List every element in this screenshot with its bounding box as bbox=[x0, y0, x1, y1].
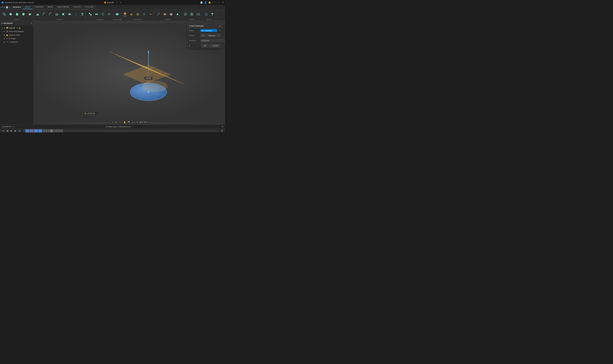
ef-info-icon[interactable]: ℹ bbox=[189, 44, 190, 47]
close-button[interactable]: ✕ bbox=[222, 1, 224, 4]
insert-mesh-btn[interactable] bbox=[182, 11, 188, 18]
help-icon[interactable]: ? bbox=[212, 1, 213, 4]
assemble-rigid-btn[interactable] bbox=[93, 11, 100, 18]
construct-plane-angle-btn[interactable] bbox=[128, 11, 134, 18]
minimize-button[interactable]: — bbox=[215, 1, 217, 4]
notification-icon[interactable]: 🔔 bbox=[208, 1, 211, 4]
modify-press-pull-btn[interactable] bbox=[35, 11, 41, 18]
canvas[interactable]: 40.00 bbox=[34, 21, 225, 124]
ef-distance-input[interactable] bbox=[200, 39, 225, 42]
vp-grid-btn[interactable]: ⊞▼ bbox=[144, 120, 148, 124]
inspect-zebra-btn[interactable] bbox=[168, 11, 174, 18]
inspect-draft-btn[interactable] bbox=[174, 11, 181, 18]
vp-look-btn[interactable]: 👁 bbox=[118, 120, 122, 124]
tab-surface[interactable]: SURFACE bbox=[33, 5, 45, 9]
tl-sm-marker[interactable] bbox=[55, 130, 58, 132]
tl-sm-marker[interactable] bbox=[45, 130, 48, 132]
undo-btn[interactable]: ↩ bbox=[1, 6, 3, 8]
edit-feature-expand-icon[interactable]: ▶ bbox=[220, 25, 221, 27]
insert-canvas-btn[interactable] bbox=[189, 11, 195, 18]
measure-menu-icon[interactable]: ⋮ bbox=[96, 112, 98, 114]
tl-back-btn[interactable]: ◀ bbox=[5, 129, 9, 133]
maximize-button[interactable]: □ bbox=[218, 1, 220, 4]
assemble-motion-btn[interactable] bbox=[100, 11, 106, 18]
tree-settings-cup[interactable]: ⚙ bbox=[16, 27, 18, 29]
tab-utilities[interactable]: UTILITIES bbox=[83, 5, 96, 9]
tl-sm-marker[interactable] bbox=[58, 130, 60, 132]
comments-gear-icon[interactable]: ⚙ bbox=[13, 126, 15, 128]
tl-sm-marker[interactable] bbox=[61, 130, 63, 132]
edit-feature-info-icon[interactable]: ℹ bbox=[189, 25, 190, 27]
tree-item-origin[interactable]: ▶ 👁 ⊕ Origin bbox=[0, 37, 33, 40]
tl-marker-2[interactable] bbox=[30, 129, 34, 132]
browser-collapse-icon[interactable]: ◀ bbox=[1, 22, 2, 24]
close-tab-btn[interactable]: ✕ bbox=[116, 1, 117, 3]
modify-scale-btn[interactable] bbox=[60, 11, 66, 18]
create-torus-btn[interactable] bbox=[27, 11, 33, 18]
ef-extent-dropdown[interactable]: ⊣⊢ Distance ▼ bbox=[200, 34, 221, 37]
tl-settings-btn[interactable]: ⚙ bbox=[220, 129, 224, 133]
tree-visibility-origin[interactable]: 👁 bbox=[6, 38, 8, 39]
insert-svg-btn[interactable]: SVG bbox=[195, 11, 201, 18]
inspect-measure-btn[interactable] bbox=[155, 11, 161, 18]
tl-sm-marker[interactable] bbox=[48, 130, 50, 132]
assemble-joint-btn[interactable] bbox=[87, 11, 93, 18]
modify-fillet-btn[interactable] bbox=[41, 11, 47, 18]
tree-item-named-views[interactable]: ▶ 📐 Named Views bbox=[0, 33, 33, 37]
create-sphere-btn[interactable] bbox=[20, 11, 26, 18]
configure-btn[interactable] bbox=[114, 11, 120, 18]
tl-marker-4[interactable] bbox=[38, 129, 42, 132]
vp-display-btn[interactable]: □▼ bbox=[135, 120, 139, 124]
statusbar-settings-icon[interactable]: ⚙ bbox=[222, 126, 223, 128]
redo-btn[interactable]: ↪ bbox=[3, 6, 5, 8]
viewport[interactable]: 40.00 bbox=[34, 21, 225, 124]
tree-item-doc-settings[interactable]: ▶ ⚙ Document Settings bbox=[0, 30, 33, 33]
vp-orbit-chevron[interactable]: ▼ bbox=[115, 121, 117, 123]
tree-visibility-sketches[interactable]: 👁 bbox=[6, 41, 8, 43]
modify-align-btn[interactable] bbox=[79, 11, 85, 18]
vp-visual-btn[interactable]: ◑▼ bbox=[139, 120, 143, 124]
ef-plane-clear-icon[interactable]: ✕ bbox=[219, 29, 221, 32]
inspect-interference-btn[interactable] bbox=[162, 11, 168, 18]
create-new-component-btn[interactable] bbox=[1, 11, 7, 18]
modify-move-btn[interactable] bbox=[73, 11, 79, 18]
save-btn[interactable]: 💾 bbox=[6, 6, 8, 8]
create-box-btn[interactable] bbox=[8, 11, 14, 18]
vp-zoom-chevron[interactable]: ▼ bbox=[132, 121, 133, 123]
home-btn[interactable]: ⌂ bbox=[9, 6, 10, 8]
modify-shell-btn[interactable] bbox=[54, 11, 60, 18]
tab-solid[interactable]: SOLID bbox=[23, 5, 33, 9]
construct-offset-plane-btn[interactable]: Offset bbox=[122, 11, 128, 18]
construct-point-btn[interactable] bbox=[147, 11, 154, 18]
ef-cancel-button[interactable]: Cancel bbox=[210, 44, 221, 47]
create-cylinder-btn[interactable] bbox=[14, 11, 20, 18]
vp-zoom-btn[interactable]: 🔍 bbox=[127, 120, 131, 124]
construct-midplane-btn[interactable] bbox=[135, 11, 141, 18]
tree-item-cup-v9[interactable]: ▼ 👁 📦 Cup v9 ⚙ 🔒 bbox=[0, 26, 33, 30]
modify-chamfer-btn[interactable] bbox=[47, 11, 53, 18]
tab-plastic[interactable]: PLASTIC bbox=[71, 5, 83, 9]
vp-pan-btn[interactable]: ✋ bbox=[123, 120, 127, 124]
tl-last-btn[interactable]: ⏭ bbox=[18, 129, 21, 133]
tab-sheet-metal[interactable]: SHEET METAL bbox=[55, 5, 71, 9]
vp-orbit-btn[interactable]: ⟳ bbox=[111, 120, 115, 124]
tree-visibility-cup[interactable]: 👁 bbox=[4, 27, 5, 29]
tl-sm-marker[interactable] bbox=[53, 130, 55, 132]
browser-close-icon[interactable]: ✕ bbox=[31, 22, 32, 24]
tree-lock-cup[interactable]: 🔒 bbox=[19, 27, 21, 29]
timeline-track[interactable] bbox=[24, 130, 218, 132]
select-window-btn[interactable] bbox=[203, 11, 209, 18]
tab-mesh[interactable]: MESH bbox=[45, 5, 55, 9]
modify-combine-btn[interactable] bbox=[66, 11, 73, 18]
design-dropdown[interactable]: DESIGN ▾ bbox=[11, 5, 23, 9]
tl-marker-3[interactable] bbox=[34, 129, 38, 132]
select-filter-btn[interactable] bbox=[209, 11, 215, 18]
account-icon[interactable]: 👤 bbox=[204, 1, 207, 4]
new-tab-btn[interactable]: + bbox=[120, 1, 121, 4]
ef-plane-selected[interactable]: ⊞ 1 selected bbox=[200, 29, 217, 32]
tl-marker-1[interactable] bbox=[25, 129, 29, 132]
tl-sm-marker[interactable] bbox=[51, 130, 53, 132]
ef-ok-button[interactable]: OK bbox=[201, 44, 209, 47]
tl-first-btn[interactable]: ⏮ bbox=[1, 129, 5, 133]
tl-fwd-btn[interactable]: ▶ bbox=[14, 129, 17, 133]
